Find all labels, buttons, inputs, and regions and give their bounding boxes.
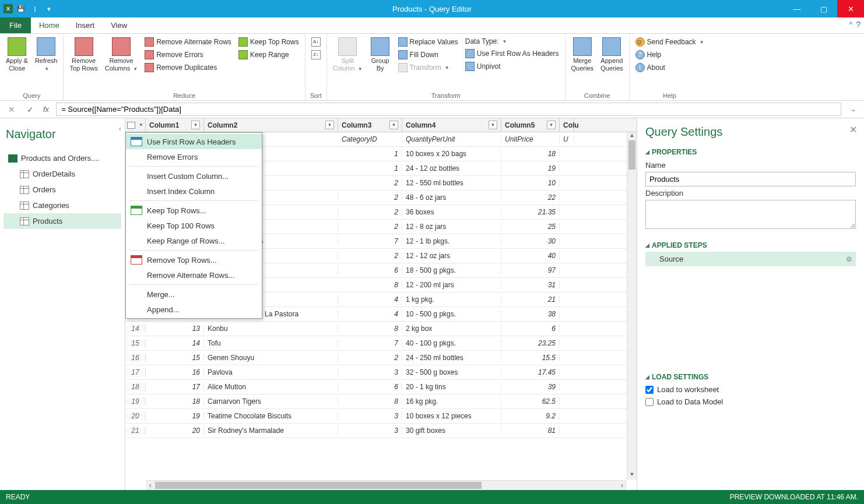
ctx-merge-[interactable]: Merge...: [126, 287, 262, 302]
grid-row[interactable]: 1716Pavlova332 - 500 g boxes17.45: [125, 365, 637, 380]
properties-header[interactable]: ◢PROPERTIES: [645, 146, 856, 158]
remove-alternate-rows-button[interactable]: Remove Alternate Rows: [142, 36, 234, 48]
ctx-insert-index-column[interactable]: Insert Index Column: [126, 184, 262, 199]
blank-icon: [131, 270, 142, 280]
keep-top-rows-button[interactable]: Keep Top Rows: [236, 36, 301, 48]
load-data-model-checkbox[interactable]: Load to Data Model: [645, 396, 856, 408]
keep-range-button[interactable]: Keep Range: [236, 49, 301, 61]
help-button[interactable]: ?Help: [633, 49, 707, 61]
filter-icon[interactable]: ▼: [547, 121, 556, 129]
filter-icon[interactable]: ▼: [325, 121, 334, 129]
scroll-up-arrow[interactable]: ▲: [627, 132, 637, 140]
sort-desc-button[interactable]: Z↓: [309, 49, 323, 61]
apply-close-button[interactable]: Apply & Close: [3, 36, 30, 91]
formula-expand-button[interactable]: ⌄: [848, 105, 858, 113]
column-header-2[interactable]: Column2▼: [204, 118, 338, 132]
help-icon[interactable]: ?: [856, 20, 861, 29]
qat-dropdown-icon[interactable]: ▾: [43, 3, 55, 15]
query-desc-input[interactable]: [645, 200, 856, 229]
minimize-button[interactable]: —: [784, 0, 810, 17]
ctx-remove-errors[interactable]: Remove Errors: [126, 149, 262, 164]
merge-queries-button[interactable]: Merge Queries: [569, 36, 596, 91]
ctx-keep-top-100-rows[interactable]: Keep Top 100 Rows: [126, 218, 262, 233]
formula-confirm-button[interactable]: ✓: [24, 105, 36, 114]
scroll-left-arrow[interactable]: ‹: [146, 481, 155, 490]
refresh-button[interactable]: Refresh▼: [33, 36, 60, 91]
column-header-4[interactable]: Column4▼: [402, 118, 501, 132]
send-feedback-button[interactable]: ☺Send Feedback ▼: [633, 36, 707, 48]
append-queries-icon: [602, 37, 621, 56]
vertical-scrollbar[interactable]: ▲ ▼: [627, 132, 637, 480]
grid-row[interactable]: 2120Sir Rodney's Marmalade330 gift boxes…: [125, 424, 637, 438]
insert-tab[interactable]: Insert: [68, 17, 103, 33]
ctx-remove-alternate-rows-[interactable]: Remove Alternate Rows...: [126, 267, 262, 283]
scroll-thumb-h[interactable]: [155, 482, 482, 489]
fill-down-button[interactable]: Fill Down: [396, 49, 461, 61]
grid-row[interactable]: 1817Alice Mutton620 - 1 kg tins39: [125, 380, 637, 394]
filter-icon[interactable]: ▼: [489, 121, 497, 129]
grid-row[interactable]: 2019Teatime Chocolate Biscuits310 boxes …: [125, 409, 637, 424]
step-gear-icon[interactable]: ⚙: [846, 255, 852, 263]
column-header-3[interactable]: Column3▼: [338, 118, 402, 132]
refresh-icon: [37, 37, 55, 56]
load-worksheet-checkbox[interactable]: Load to worksheet: [645, 383, 856, 396]
nav-item-categories[interactable]: Categories: [3, 198, 121, 213]
remove-columns-button[interactable]: Remove Columns ▼: [103, 36, 140, 91]
close-button[interactable]: ✕: [837, 0, 864, 17]
ctx-keep-range-of-rows-[interactable]: Keep Range of Rows...: [126, 233, 262, 248]
about-button[interactable]: iAbout: [633, 62, 707, 73]
use-first-row-headers-button[interactable]: Use First Row As Headers: [463, 48, 561, 59]
column-header-5[interactable]: Column5▼: [501, 118, 560, 132]
applied-steps-header[interactable]: ◢APPLIED STEPS: [645, 239, 856, 252]
grid-corner[interactable]: ▼: [125, 118, 146, 132]
formula-input[interactable]: [56, 103, 841, 116]
sort-asc-button[interactable]: A↓: [309, 36, 323, 48]
horizontal-scrollbar[interactable]: ‹ ›: [146, 480, 627, 490]
remove-errors-button[interactable]: Remove Errors: [142, 49, 234, 61]
navigator-collapse-button[interactable]: ‹: [119, 124, 121, 133]
home-tab[interactable]: Home: [31, 17, 68, 33]
scroll-down-arrow[interactable]: ▼: [627, 471, 637, 480]
nav-workbook[interactable]: Products and Orders....: [3, 150, 121, 166]
column-header-6[interactable]: Colu: [560, 118, 574, 132]
query-settings-close-button[interactable]: ✕: [849, 124, 857, 135]
query-settings-panel: ✕ Query Settings ◢PROPERTIES Name Descri…: [637, 118, 864, 490]
replace-values-button[interactable]: Replace Values: [396, 36, 461, 48]
query-name-input[interactable]: [645, 172, 856, 186]
transform-icon: [398, 63, 408, 72]
ribbon-collapse-icon[interactable]: ^: [849, 20, 853, 29]
unpivot-button[interactable]: Unpivot: [463, 61, 561, 72]
scroll-right-arrow[interactable]: ›: [617, 481, 627, 490]
step-source[interactable]: Source ⚙: [645, 252, 856, 266]
ctx-remove-top-rows-[interactable]: Remove Top Rows...: [126, 252, 262, 267]
filter-icon[interactable]: ▼: [191, 121, 200, 129]
view-tab[interactable]: View: [103, 17, 135, 33]
column-header-1[interactable]: Column1▼: [146, 118, 204, 132]
nav-item-products[interactable]: Products: [3, 213, 121, 229]
remove-duplicates-button[interactable]: Remove Duplicates: [142, 62, 234, 73]
ctx-use-first-row-as-headers[interactable]: Use First Row As Headers: [126, 134, 262, 149]
grid-row[interactable]: 1413Konbu82 kg box6: [125, 322, 637, 336]
file-tab[interactable]: File: [0, 17, 31, 33]
grid-row[interactable]: 1514Tofu740 - 100 g pkgs.23.25: [125, 336, 637, 351]
grid-row[interactable]: 1918Carnarvon Tigers816 kg pkg.62.5: [125, 394, 637, 409]
ctx-keep-top-rows-[interactable]: Keep Top Rows...: [126, 203, 262, 218]
load-settings-header[interactable]: ◢LOAD SETTINGS: [645, 371, 856, 383]
data-type-button[interactable]: Data Type: ▼: [463, 36, 561, 47]
help-btn-icon: ?: [635, 50, 645, 59]
maximize-button[interactable]: ▢: [810, 0, 837, 17]
group-by-button[interactable]: Group By: [367, 36, 394, 91]
ctx-insert-custom-column-[interactable]: Insert Custom Column...: [126, 168, 262, 184]
filter-icon[interactable]: ▼: [389, 121, 398, 129]
formula-cancel-button[interactable]: ✕: [6, 105, 17, 114]
nav-item-orders[interactable]: Orders: [3, 182, 121, 198]
append-queries-button[interactable]: Append Queries: [598, 36, 626, 91]
ctx-append-[interactable]: Append...: [126, 302, 262, 317]
qat-save-icon[interactable]: 💾: [15, 3, 27, 15]
grid-row[interactable]: 1615Genen Shouyu224 - 250 ml bottles15.5: [125, 351, 637, 365]
status-bar: READY PREVIEW DOWNLOADED AT 11:46 AM.: [0, 490, 864, 504]
scroll-thumb-v[interactable]: [628, 140, 635, 170]
remove-top-rows-button[interactable]: Remove Top Rows: [67, 36, 100, 91]
nav-item-orderdetails[interactable]: OrderDetails: [3, 166, 121, 182]
blank-icon: [131, 186, 142, 196]
